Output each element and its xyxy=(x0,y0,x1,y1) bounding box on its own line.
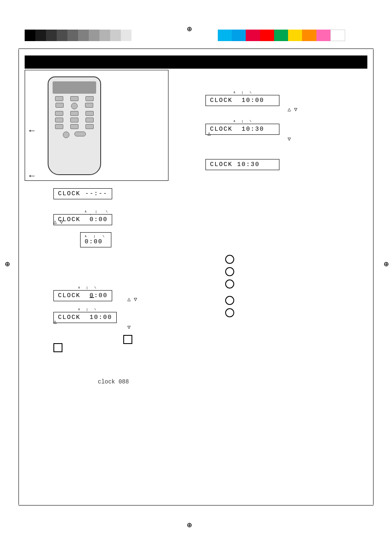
remote-bottom-arrow: ← xyxy=(29,171,35,181)
arrow-down-hour[interactable]: ▽ xyxy=(134,296,137,302)
blink-indicator-right2: ∧ | \ xyxy=(233,119,279,123)
remote-btn[interactable] xyxy=(70,118,78,122)
remote-btn[interactable] xyxy=(55,103,64,108)
display-clock-hour: ∧ | \ CLOCK 0:00 xyxy=(53,286,112,301)
remote-btn[interactable] xyxy=(55,96,63,101)
remote-btn[interactable] xyxy=(55,111,63,116)
remote-btn[interactable] xyxy=(70,124,78,129)
color-bar-right xyxy=(218,30,345,41)
circle-1 xyxy=(225,255,234,264)
clock-display-right2: CLOCK 10:30 xyxy=(205,124,279,135)
circles-group-1 xyxy=(225,255,234,292)
crosshair-top: ⊕ xyxy=(187,24,192,34)
circle-3 xyxy=(225,279,234,289)
margin-line-left xyxy=(18,49,19,505)
remote-btn[interactable] xyxy=(55,124,63,129)
remote-btn[interactable] xyxy=(85,111,94,116)
arrow-up-000[interactable]: △ xyxy=(53,219,57,225)
remote-btn-oval[interactable] xyxy=(74,132,86,136)
blink-indicator-1000: ∧ | \ xyxy=(78,307,117,311)
clock-display-1000: CLOCK 10:00 xyxy=(53,312,117,323)
arrows-000: △ ▽ xyxy=(53,219,63,225)
clock-display-dashes: CLOCK --:-- xyxy=(53,188,112,199)
clock-display-final: CLOCK 10:30 xyxy=(205,159,279,170)
page-label: clock 088 xyxy=(98,379,129,385)
clock-display-000-only: 0:00 xyxy=(85,238,107,245)
margin-line-right xyxy=(373,49,374,505)
remote-screen xyxy=(53,81,96,94)
arrow-up-right1[interactable]: △ xyxy=(288,106,291,113)
circle-5 xyxy=(225,308,234,317)
arrow-down-1000[interactable]: ▽ xyxy=(127,324,131,330)
color-bar-left xyxy=(25,30,131,41)
arrow-up-right2[interactable]: △ xyxy=(208,130,211,137)
header-bar xyxy=(25,55,367,69)
remote-body xyxy=(48,76,101,175)
square-button-2[interactable] xyxy=(53,343,62,352)
remote-btn[interactable] xyxy=(55,118,63,122)
display-clock-right-1: ∧ | \ CLOCK 10:00 xyxy=(205,90,279,106)
remote-btn[interactable] xyxy=(85,124,94,129)
display-clock-1000: ∧ | \ CLOCK 10:00 xyxy=(53,307,117,323)
arrow-down-right2[interactable]: ▽ xyxy=(288,136,291,142)
remote-btn[interactable] xyxy=(85,96,94,101)
arrow-down-000[interactable]: ▽ xyxy=(60,219,63,225)
margin-line-top xyxy=(18,48,374,49)
remote-btn[interactable] xyxy=(70,111,78,116)
square-button-1[interactable] xyxy=(123,335,132,344)
circle-2 xyxy=(225,267,234,276)
display-clock-right-2: ∧ | \ CLOCK 10:30 xyxy=(205,119,279,135)
crosshair-right: ⊕ xyxy=(384,259,389,269)
clock-display-hour: CLOCK 0:00 xyxy=(53,290,112,301)
clock-display-right1: CLOCK 10:00 xyxy=(205,95,279,106)
crosshair-left: ⊕ xyxy=(5,259,10,269)
remote-btn-round[interactable] xyxy=(71,103,78,109)
blink-dots-only: ∧ | \ xyxy=(85,234,107,238)
remote-left-arrow: ← xyxy=(29,126,35,136)
blink-indicator-right1: ∧ | \ xyxy=(233,90,279,94)
blink-indicator-top: ∧ | \ xyxy=(85,210,112,213)
circles-group-2 xyxy=(225,296,234,321)
arrows-right-1: △ ▽ xyxy=(288,106,297,113)
arrow-down-right1[interactable]: ▽ xyxy=(294,106,297,113)
remote-btn-round[interactable] xyxy=(63,132,69,138)
crosshair-bottom: ⊕ xyxy=(187,520,192,530)
margin-line-bottom xyxy=(18,505,374,506)
display-000-only: ∧ | \ 0:00 xyxy=(80,232,111,247)
remote-btn[interactable] xyxy=(85,118,94,122)
arrow-up-1000[interactable]: △ xyxy=(53,319,57,325)
arrow-up-hour[interactable]: △ xyxy=(127,296,131,302)
circle-4 xyxy=(225,296,234,305)
display-clock-dashes: CLOCK --:-- xyxy=(53,188,112,199)
blink-indicator-hour: ∧ | \ xyxy=(78,286,112,289)
display-clock-final: CLOCK 10:30 xyxy=(205,159,279,170)
remote-control-box: ← ← xyxy=(25,70,168,181)
arrows-hour: △ ▽ xyxy=(127,296,137,302)
remote-btn[interactable] xyxy=(70,96,78,101)
remote-btn[interactable] xyxy=(85,103,93,108)
